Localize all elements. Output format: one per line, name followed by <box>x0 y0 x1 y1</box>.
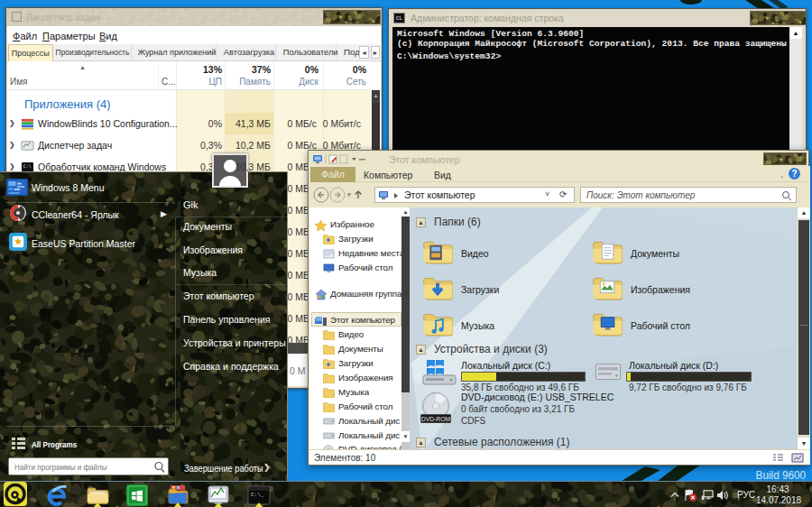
svg-text:C:\: C:\ <box>23 164 32 169</box>
svg-text:C:\_: C:\_ <box>251 492 264 498</box>
svg-text:DVD-ROM: DVD-ROM <box>421 416 451 422</box>
